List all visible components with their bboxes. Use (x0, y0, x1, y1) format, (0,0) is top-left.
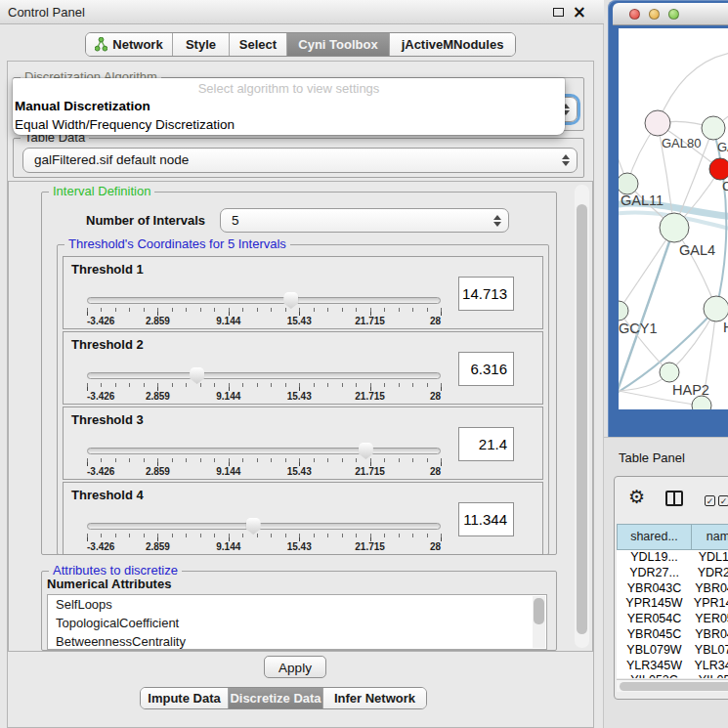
checkbox-icon[interactable]: ✓ (718, 495, 728, 506)
control-panel-window: Control Panel × Network Style Select Cyn… (0, 0, 604, 728)
slider-thumb[interactable] (190, 367, 204, 384)
column-header-name[interactable]: name (692, 524, 728, 550)
tab-impute-data[interactable]: Impute Data (141, 688, 229, 708)
tab-cyni-toolbox[interactable]: Cyni Toolbox (287, 33, 390, 56)
tab-infer-network[interactable]: Infer Network (323, 688, 426, 708)
table-row[interactable]: YIL052CYIL052C (617, 673, 728, 678)
threshold-2-slider[interactable] (87, 372, 441, 379)
close-icon[interactable]: × (573, 2, 586, 21)
table-row[interactable]: YDL19...YDL19... (617, 550, 728, 566)
threshold-2-value-input[interactable]: 6.316 (458, 352, 514, 386)
network-graph: GAL80 GA C GAL11 GAL4 GCY1 H HAP2 (619, 28, 728, 409)
node-gal80[interactable] (645, 110, 670, 136)
cell: YIL052C (617, 673, 692, 678)
list-item[interactable]: TopologicalCoefficient (48, 614, 546, 632)
algorithm-hint-text: Select algorithm to view settings (13, 81, 565, 97)
tab-jactivemnodules[interactable]: jActiveMNodules (390, 33, 515, 56)
table-row[interactable]: YBR043CYBR043C (617, 581, 728, 597)
cell: YPR145W (692, 596, 728, 612)
cell: YBL079W (692, 643, 728, 659)
list-item[interactable]: BetweennessCentrality (48, 632, 546, 650)
table-row[interactable]: YBR045CYBR045C (617, 627, 728, 643)
threshold-3-slider[interactable] (87, 448, 441, 454)
node-label: GAL4 (679, 242, 715, 258)
threshold-1-value-input[interactable]: 14.713 (458, 277, 514, 311)
combo-stepper-icon (493, 215, 501, 227)
tick-label: 21.715 (355, 316, 385, 326)
cell: YIL052C (692, 673, 728, 678)
table-row[interactable]: YLR345WYLR345W (617, 659, 728, 674)
interval-count-combobox[interactable]: 5 (220, 208, 509, 233)
table-row[interactable]: YDR27...YDR27... (617, 566, 728, 581)
tick-label: 15.43 (287, 391, 312, 402)
scrollbar-thumb[interactable] (534, 598, 544, 624)
tick-label: 9.144 (216, 466, 240, 477)
tick-label: -3.426 (87, 541, 114, 552)
tick-label: 21.715 (355, 391, 385, 402)
column-header-shared-name[interactable]: shared... (617, 524, 692, 550)
table-row[interactable]: YPR145WYPR145W (617, 596, 728, 612)
node-right[interactable] (704, 296, 728, 321)
float-window-icon[interactable] (553, 8, 564, 17)
control-panel-content: Discretization Algorithm Table Data galF… (7, 61, 594, 728)
node-red-selected[interactable] (709, 158, 728, 180)
dropdown-item-manual-discretization[interactable]: Manual Discretization (13, 97, 565, 115)
table-data-combobox[interactable]: galFiltered.sif default node (22, 148, 578, 173)
table-panel: Table Panel ⚙ ✓ ✓ shared... name YDL19..… (604, 437, 728, 728)
node-gcy1[interactable] (619, 301, 628, 321)
tick-label: 2.859 (146, 316, 170, 326)
slider-tick-labels: -3.426 2.859 9.144 15.43 21.715 28 (87, 541, 441, 553)
list-item[interactable]: SelfLoops (48, 595, 546, 614)
network-canvas[interactable]: GAL80 GA C GAL11 GAL4 GCY1 H HAP2 (619, 28, 728, 409)
tab-discretize-data[interactable]: Discretize Data (229, 688, 323, 708)
threshold-1-slider[interactable] (87, 297, 441, 304)
node-label: GAL80 (662, 136, 701, 150)
bottom-tab-bar: Impute Data Discretize Data Infer Networ… (140, 687, 427, 709)
node-upper-right[interactable] (702, 116, 725, 140)
threshold-4-slider[interactable] (87, 523, 441, 530)
list-scrollbar[interactable] (533, 596, 545, 648)
threshold-3-value-input[interactable]: 21.4 (458, 427, 514, 461)
group-title: Interval Definition (49, 184, 154, 199)
tab-network[interactable]: Network (86, 33, 173, 56)
tick-label: -3.426 (87, 316, 114, 326)
node-bottom[interactable] (692, 396, 711, 409)
checkbox-icon[interactable]: ✓ (705, 495, 715, 506)
zoom-traffic-light-icon[interactable] (668, 9, 679, 20)
scrollbar-thumb[interactable] (577, 204, 587, 634)
tick-label: 21.715 (355, 466, 385, 477)
settings-scrollbar[interactable] (575, 185, 589, 648)
slider-tick-labels: -3.426 2.859 9.144 15.43 21.715 28 (87, 316, 441, 327)
tab-label: Infer Network (334, 691, 415, 706)
tab-style[interactable]: Style (173, 33, 230, 56)
cell: YDR27... (692, 566, 728, 581)
top-tab-bar: Network Style Select Cyni Toolbox jActiv… (85, 32, 516, 57)
dropdown-item-equal-width[interactable]: Equal Width/Frequency Discretization (13, 115, 565, 134)
slider-thumb[interactable] (283, 292, 298, 309)
table-row[interactable]: YER054CYER054C (617, 612, 728, 627)
node-gal4[interactable] (660, 213, 689, 242)
tab-select[interactable]: Select (230, 33, 287, 56)
apply-button[interactable]: Apply (264, 656, 326, 678)
close-traffic-light-icon[interactable] (629, 9, 640, 20)
cell: YBR045C (617, 627, 692, 643)
network-window-titlebar[interactable] (613, 3, 728, 25)
columns-icon[interactable] (665, 491, 683, 506)
tick-label: 15.43 (287, 541, 312, 552)
tab-label: Cyni Toolbox (298, 37, 377, 52)
tick-label: 28 (430, 391, 441, 402)
group-title: Threshold's Coordinates for 5 Intervals (64, 236, 290, 252)
slider-thumb[interactable] (359, 443, 373, 459)
table-row[interactable]: YBL079WYBL079W (617, 643, 728, 659)
tick-label: 2.859 (146, 391, 170, 402)
scrollbar-thumb[interactable] (620, 682, 728, 691)
thresholds-group: Threshold's Coordinates for 5 Intervals … (57, 244, 549, 555)
table-horizontal-scrollbar[interactable] (617, 679, 728, 692)
slider-thumb[interactable] (246, 518, 261, 535)
node-hap2[interactable] (660, 363, 679, 382)
node-gal11[interactable] (619, 173, 638, 194)
cell: YLR345W (617, 659, 692, 674)
minimize-traffic-light-icon[interactable] (649, 9, 660, 20)
gear-icon[interactable]: ⚙ (628, 486, 645, 507)
threshold-4-value-input[interactable]: 11.344 (458, 502, 514, 536)
